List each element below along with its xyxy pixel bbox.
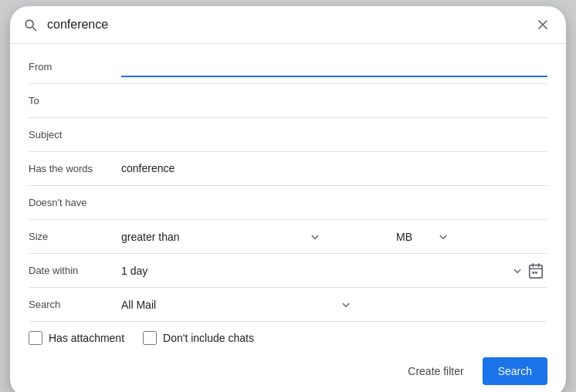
from-input[interactable] — [121, 57, 547, 77]
doesnt-have-input[interactable] — [121, 193, 547, 213]
search-in-row: Search All Mail Inbox Starred Sent Mail … — [29, 288, 547, 322]
to-label: To — [29, 95, 121, 106]
search-dialog: From To Subject Has the words Doesn't ha… — [10, 6, 566, 392]
has-words-input[interactable] — [121, 159, 547, 179]
dialog-overlay: From To Subject Has the words Doesn't ha… — [0, 0, 576, 392]
advanced-search-form: From To Subject Has the words Doesn't ha… — [10, 44, 566, 392]
actions-row: Create filter Search — [29, 351, 547, 388]
size-comparator-select[interactable]: greater than less than — [121, 231, 307, 243]
has-attachment-label: Has attachment — [49, 332, 124, 344]
to-input[interactable] — [121, 91, 547, 111]
doesnt-have-label: Doesn't have — [29, 197, 121, 208]
has-attachment-item[interactable]: Has attachment — [29, 331, 124, 345]
to-row: To — [29, 84, 547, 118]
date-select-wrap: 1 day 3 days 1 week 2 weeks 1 month 2 mo… — [121, 265, 524, 277]
size-unit-select[interactable]: MB GB KB bytes — [396, 231, 441, 243]
main-search-input[interactable] — [47, 18, 523, 32]
svg-rect-0 — [530, 265, 543, 278]
size-value-input[interactable] — [322, 227, 384, 247]
search-bar — [10, 6, 566, 44]
svg-rect-2 — [535, 271, 537, 273]
dont-include-chats-label: Don't include chats — [163, 332, 254, 344]
date-arrow-icon — [510, 264, 524, 278]
size-label: Size — [29, 231, 121, 242]
create-filter-button[interactable]: Create filter — [395, 357, 476, 385]
calendar-button[interactable] — [524, 259, 547, 282]
subject-label: Subject — [29, 129, 121, 140]
search-in-arrow-icon — [339, 298, 353, 312]
dont-include-chats-item[interactable]: Don't include chats — [143, 331, 254, 345]
size-unit-wrap: MB GB KB bytes — [396, 231, 450, 243]
from-label: From — [29, 61, 121, 73]
date-select[interactable]: 1 day 3 days 1 week 2 weeks 1 month 2 mo… — [121, 265, 291, 277]
from-row: From — [29, 50, 547, 84]
close-button[interactable] — [532, 14, 554, 35]
has-attachment-checkbox[interactable] — [29, 331, 42, 345]
search-in-select-wrap: All Mail Inbox Starred Sent Mail Drafts … — [121, 299, 353, 311]
size-row: Size greater than less than MB GB KB — [29, 220, 547, 254]
has-words-row: Has the words — [29, 152, 547, 186]
search-icon — [22, 17, 38, 32]
checkbox-row: Has attachment Don't include chats — [29, 322, 547, 351]
size-comparator-wrap: greater than less than — [121, 231, 322, 243]
date-label: Date within — [29, 265, 121, 276]
svg-rect-1 — [532, 271, 534, 273]
has-words-label: Has the words — [29, 163, 121, 174]
search-button[interactable]: Search — [483, 357, 547, 385]
dont-include-chats-checkbox[interactable] — [143, 331, 157, 345]
doesnt-have-row: Doesn't have — [29, 186, 547, 220]
search-in-label: Search — [29, 299, 121, 310]
subject-input[interactable] — [121, 125, 547, 145]
subject-row: Subject — [29, 118, 547, 152]
size-comparator-arrow-icon — [308, 230, 322, 244]
search-in-select[interactable]: All Mail Inbox Starred Sent Mail Drafts … — [121, 299, 337, 311]
date-row: Date within 1 day 3 days 1 week 2 weeks … — [29, 254, 547, 288]
